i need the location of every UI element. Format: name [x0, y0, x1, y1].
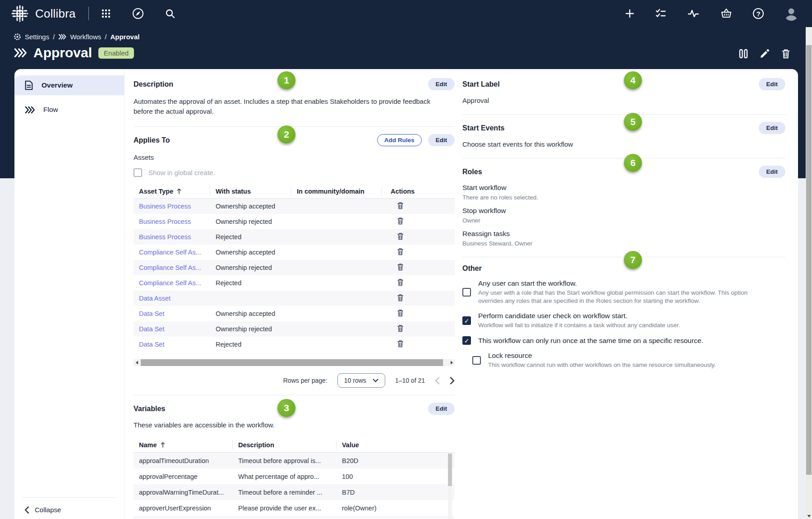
search-icon[interactable]: [165, 8, 175, 19]
asset-type-link[interactable]: Compliance Self As...: [139, 279, 201, 287]
variable-name: approvalPercentage: [134, 473, 233, 480]
edit-pencil-icon[interactable]: [760, 49, 770, 59]
asset-type-link[interactable]: Business Process: [139, 233, 191, 241]
delete-row-icon[interactable]: [397, 202, 404, 209]
column-header-value[interactable]: Value: [337, 440, 440, 449]
table-row: Business Process Ownership rejected: [134, 214, 455, 229]
scrollbar-thumb[interactable]: [448, 454, 452, 486]
variables-title: Variables: [134, 405, 165, 413]
pause-workflow-icon[interactable]: [739, 49, 748, 59]
workflow-option: ✓ Perform candidate user check on workfl…: [462, 312, 785, 329]
asset-type-link[interactable]: Data Set: [139, 325, 164, 333]
applies-to-edit-button[interactable]: Edit: [428, 134, 455, 146]
scroll-down-arrow-icon[interactable]: [806, 514, 812, 518]
create-plus-icon[interactable]: [625, 9, 635, 19]
brand[interactable]: Collibra: [11, 5, 76, 23]
scroll-left-arrow-icon[interactable]: [134, 359, 140, 366]
sidebar-item-label: Flow: [43, 106, 58, 114]
delete-row-icon[interactable]: [397, 278, 404, 286]
collapse-button[interactable]: Collapse: [14, 506, 124, 514]
asset-type-link[interactable]: Data Set: [139, 341, 164, 348]
variable-value: B7D: [337, 489, 440, 496]
asset-type-link[interactable]: Data Asset: [139, 295, 171, 302]
delete-row-icon[interactable]: [397, 309, 404, 317]
asset-type-link[interactable]: Data Set: [139, 310, 164, 317]
roles-edit-button[interactable]: Edit: [759, 166, 786, 178]
activity-icon[interactable]: [687, 7, 700, 20]
variable-name: approvalWarningTimeDurat...: [134, 489, 233, 496]
table-row: Data Asset: [134, 291, 455, 306]
description-edit-button[interactable]: Edit: [428, 78, 455, 90]
table-row: Compliance Self As... Ownership accepted: [134, 245, 455, 260]
delete-row-icon[interactable]: [397, 263, 404, 271]
asset-type-link[interactable]: Compliance Self As...: [139, 249, 201, 256]
role-entry: Start workflow There are no roles select…: [462, 184, 785, 201]
task-list-icon[interactable]: [655, 8, 667, 19]
global-create-checkbox[interactable]: [134, 168, 142, 177]
delete-trash-icon[interactable]: [781, 49, 790, 59]
delete-row-icon[interactable]: [397, 294, 404, 301]
role-assignees: Business Steward, Owner: [462, 240, 785, 247]
delete-row-icon[interactable]: [397, 340, 404, 348]
applies-to-title: Applies To: [134, 136, 170, 144]
compass-icon[interactable]: [132, 8, 144, 19]
basket-icon[interactable]: [720, 7, 733, 20]
apps-grid-icon[interactable]: [101, 8, 111, 19]
delete-row-icon[interactable]: [397, 324, 404, 332]
sidebar: Overview Flow Collapse: [14, 69, 125, 519]
asset-type-link[interactable]: Business Process: [139, 203, 191, 210]
scrollbar-thumb[interactable]: [806, 45, 812, 475]
sidebar-item-overview[interactable]: Overview: [14, 75, 124, 95]
asset-status: Ownership rejected: [210, 218, 291, 225]
column-header-description[interactable]: Description: [233, 440, 337, 449]
table-row: Data Set Ownership accepted: [134, 306, 455, 321]
add-rules-button[interactable]: Add Rules: [377, 134, 422, 146]
option-label: Lock resource: [488, 352, 716, 360]
page-vertical-scrollbar[interactable]: [806, 27, 812, 519]
table-row: Compliance Self As... Ownership rejected: [134, 260, 455, 275]
description-title: Description: [134, 80, 173, 88]
start-label-edit-button[interactable]: Edit: [759, 78, 786, 90]
variables-edit-button[interactable]: Edit: [428, 403, 455, 415]
delete-row-icon[interactable]: [397, 248, 404, 255]
table-row: Data Set Rejected: [134, 337, 455, 352]
option-label: Any user can start the workflow.: [478, 279, 771, 287]
role-assignees: Owner: [462, 217, 785, 224]
previous-page-icon[interactable]: [435, 377, 440, 385]
page-title: Approval: [33, 45, 92, 60]
rows-per-page-select[interactable]: 10 rows: [337, 373, 385, 388]
asset-type-link[interactable]: Compliance Self As...: [139, 264, 201, 271]
option-checkbox[interactable]: ✓: [462, 336, 471, 345]
workflow-option: ✓ This workflow can only run once at the…: [462, 336, 785, 345]
delete-row-icon[interactable]: [397, 232, 404, 240]
help-icon[interactable]: ?: [753, 8, 764, 19]
breadcrumb: Settings / Workflows / Approval: [14, 33, 139, 41]
workflow-chevrons-icon: [24, 106, 35, 114]
option-checkbox[interactable]: [462, 288, 471, 297]
column-header-community[interactable]: In community/domain: [291, 187, 382, 196]
breadcrumb-settings[interactable]: Settings: [25, 33, 49, 41]
variable-description: What percentage of appro...: [233, 473, 337, 480]
next-page-icon[interactable]: [450, 377, 455, 385]
avatar[interactable]: [784, 6, 798, 21]
column-header-name[interactable]: Name: [134, 440, 233, 449]
variables-vertical-scrollbar[interactable]: [448, 454, 452, 519]
delete-row-icon[interactable]: [397, 217, 404, 225]
option-checkbox[interactable]: ✓: [462, 316, 471, 325]
start-events-edit-button[interactable]: Edit: [759, 122, 786, 134]
scrollbar-thumb[interactable]: [141, 359, 443, 366]
column-header-with-status[interactable]: With status: [210, 187, 291, 196]
annotation-badge-5: 5: [624, 113, 642, 131]
table-horizontal-scrollbar[interactable]: [134, 359, 455, 366]
pagination: Rows per page: 10 rows 1–10 of 21: [134, 373, 455, 388]
role-entry: Reassign tasks Business Steward, Owner: [462, 230, 785, 247]
sidebar-item-flow[interactable]: Flow: [14, 100, 124, 120]
asset-status: Rejected: [210, 233, 291, 241]
column-header-asset-type[interactable]: Asset Type: [134, 187, 210, 196]
breadcrumb-separator: /: [53, 33, 55, 41]
asset-type-link[interactable]: Business Process: [139, 218, 191, 225]
option-checkbox[interactable]: [472, 356, 481, 365]
variable-value: role(Owner): [337, 505, 440, 512]
breadcrumb-workflows[interactable]: Workflows: [70, 33, 101, 41]
scroll-right-arrow-icon[interactable]: [448, 359, 455, 366]
